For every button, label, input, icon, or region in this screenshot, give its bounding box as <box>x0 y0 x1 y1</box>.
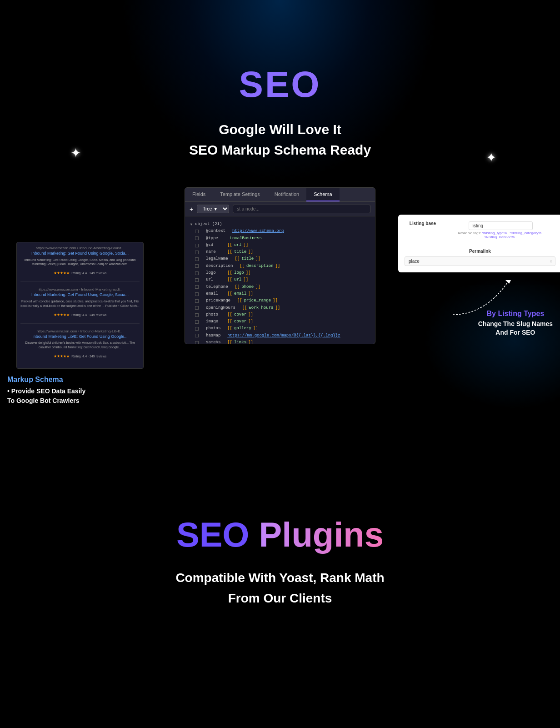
code-checkbox[interactable] <box>195 306 199 310</box>
code-line-sameas: sameAs [[links]] <box>195 339 370 344</box>
code-line-object: ▼ object (21) <box>190 221 370 228</box>
code-line-image: image [[cover]] <box>195 318 370 325</box>
code-checkbox[interactable] <box>195 285 199 289</box>
search-title-3: Inbound Marketing Lib/E: Get Found Using… <box>20 334 140 340</box>
code-checkbox[interactable] <box>195 230 199 233</box>
code-line-type: @type LocalBusiness <box>195 235 370 242</box>
schema-tabs: Fields Template Settings Notification Sc… <box>185 188 375 202</box>
code-checkbox[interactable] <box>195 257 199 261</box>
schema-toolbar: + Tree ▼ <box>185 202 375 216</box>
code-line-id: @id [[url]] <box>195 242 370 249</box>
by-listing-desc-2: And For SEO <box>478 328 553 337</box>
listing-tag-category: %listing_category% <box>510 231 541 235</box>
markup-schema-label: Markup Schema • Provide SEO Data Easily … <box>7 376 85 406</box>
permalink-icon: ○ <box>547 257 555 266</box>
plugins-subtitle: Compatible With Yoast, Rank Math From Ou… <box>0 568 560 609</box>
tab-notification[interactable]: Notification <box>267 188 306 201</box>
code-checkbox[interactable] <box>195 334 199 337</box>
search-desc-2: Packed with concise guidance, case studi… <box>20 299 140 308</box>
code-checkbox[interactable] <box>195 271 199 275</box>
listing-tag-location: %listing_location% <box>485 235 515 239</box>
plugins-title-seo: SEO <box>176 515 250 554</box>
tab-template-settings[interactable]: Template Settings <box>213 188 267 201</box>
tree-select[interactable]: Tree ▼ <box>197 205 229 213</box>
code-line-telephone: telephone [[phone]] <box>195 284 370 291</box>
listing-tags: Available tags: %listing_type% %listing_… <box>445 231 555 239</box>
seo-section: ✦ ✦ SEO Google Will Love It SEO Markup S… <box>0 0 560 415</box>
node-search-input[interactable] <box>233 205 370 213</box>
search-desc-3: Discover delightful children's books wit… <box>20 341 140 350</box>
code-checkbox[interactable] <box>195 244 199 247</box>
code-checkbox[interactable] <box>195 299 199 303</box>
code-line-openinghours: openingHours [[work_hours]] <box>195 305 370 311</box>
code-line-email: email [[email]] <box>195 291 370 297</box>
search-result-3: https://www.amazon.com › Inbound-Marketi… <box>20 329 140 365</box>
code-line-photo: photo [[cover]] <box>195 311 370 318</box>
search-desc-1: Inbound Marketing: Get Found Using Googl… <box>20 258 140 267</box>
code-line-logo: logo [[logo]] <box>195 270 370 276</box>
code-checkbox[interactable] <box>195 292 199 296</box>
tab-schema[interactable]: Schema <box>306 188 339 201</box>
schema-panel-container: https://www.amazon.com › Inbound-Marketi… <box>98 187 462 378</box>
code-checkbox[interactable] <box>195 251 199 254</box>
search-rating-2: Rating: 4.4 · 249 reviews <box>71 313 106 316</box>
search-title-1: Inbound Marketing: Get Found Using Googl… <box>20 251 140 256</box>
code-checkbox[interactable] <box>195 327 199 331</box>
search-title-2: Inbound Marketing: Get Found Using Googl… <box>20 292 140 298</box>
svg-marker-1 <box>505 280 511 284</box>
code-line-pricerange: priceRange [[price_range]] <box>195 297 370 304</box>
code-line-url: url [[url]] <box>195 276 370 283</box>
search-stars-3: ★★★★★ <box>54 354 70 358</box>
seo-heading: SEO <box>0 64 560 105</box>
schema-main-panel: Fields Template Settings Notification Sc… <box>185 187 375 344</box>
permalink-label: Permalink <box>405 249 555 254</box>
listing-base-label: Listing base <box>405 221 441 226</box>
search-stars-1: ★★★★★ <box>54 271 70 275</box>
permalink-row: Permalink ○ <box>405 244 555 266</box>
permalink-input[interactable] <box>405 257 547 266</box>
code-line-hasmap: hasMap https://mm.google.com/maps/@{{.la… <box>195 332 370 339</box>
sparkle-icon-left: ✦ <box>70 146 81 161</box>
plugins-section: SEO Plugins Compatible With Yoast, Rank … <box>0 460 560 645</box>
by-listing-desc-1: Change The Slug Names <box>478 320 553 329</box>
listing-base-input[interactable] <box>469 221 533 230</box>
code-checkbox[interactable] <box>195 278 199 282</box>
search-rating-3: Rating: 4.4 · 249 reviews <box>71 355 106 358</box>
add-node-button[interactable]: + <box>190 206 193 213</box>
listing-tag-type: %listing_type% <box>482 231 507 235</box>
markup-schema-title: Markup Schema <box>7 376 85 384</box>
permalink-input-wrap: ○ <box>405 256 555 266</box>
sparkle-icon-right: ✦ <box>486 150 496 165</box>
search-url-3: https://www.amazon.com › Inbound-Marketi… <box>20 329 140 333</box>
listing-panel: Listing base Available tags: %listing_ty… <box>398 215 560 272</box>
arrow-right-icon <box>448 274 521 319</box>
search-result-1: https://www.amazon.com › Inbound-Marketi… <box>20 246 140 282</box>
code-line-photos: photos [[gallery]] <box>195 325 370 332</box>
code-line-legalname: legalName [[title]] <box>195 256 370 262</box>
search-results-panel: https://www.amazon.com › Inbound-Marketi… <box>16 242 144 369</box>
code-line-description: description [[description]] <box>195 263 370 270</box>
markup-schema-desc-1: • Provide SEO Data Easily <box>7 387 85 396</box>
code-checkbox[interactable] <box>195 264 199 268</box>
search-stars-2: ★★★★★ <box>54 313 70 317</box>
code-line-context: @context http://www.schema.org <box>195 228 370 235</box>
markup-schema-desc-2: To Google Bot Crawlers <box>7 396 85 406</box>
search-rating-1: Rating: 4.4 · 249 reviews <box>71 271 106 275</box>
search-url-2: https://www.amazon.com › Inbound-Marketi… <box>20 287 140 291</box>
plugins-heading: SEO Plugins <box>0 515 560 554</box>
code-checkbox[interactable] <box>195 313 199 317</box>
code-checkbox[interactable] <box>195 320 199 324</box>
schema-code-area: ▼ object (21) @context http://www.schema… <box>185 216 375 344</box>
seo-subtitle: Google Will Love It SEO Markup Schema Re… <box>0 119 560 160</box>
code-line-name: name [[title]] <box>195 249 370 256</box>
search-result-2: https://www.amazon.com › Inbound-Marketi… <box>20 287 140 323</box>
search-url-1: https://www.amazon.com › Inbound-Marketi… <box>20 246 140 250</box>
listing-base-row: Listing base Available tags: %listing_ty… <box>405 221 555 239</box>
code-checkbox[interactable] <box>195 236 199 240</box>
code-checkbox[interactable] <box>195 341 199 344</box>
tab-fields[interactable]: Fields <box>185 188 213 201</box>
plugins-title-plugins: Plugins <box>259 515 384 554</box>
